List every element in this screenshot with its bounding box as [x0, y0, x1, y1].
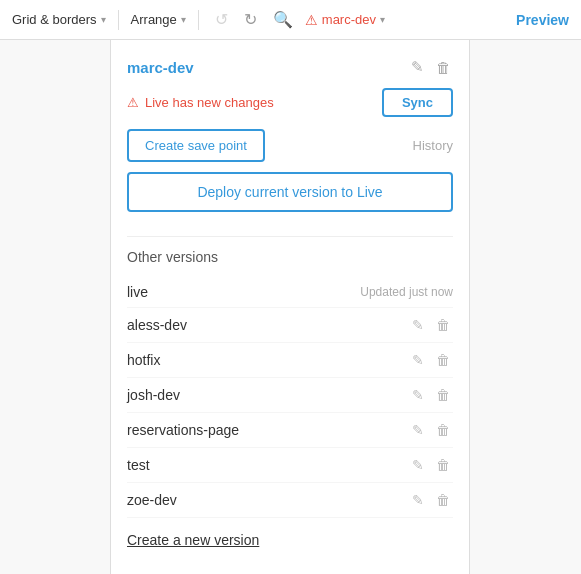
deploy-button[interactable]: Deploy current version to Live [127, 172, 453, 212]
right-gutter [470, 40, 581, 574]
grid-borders-label: Grid & borders [12, 12, 97, 27]
arrange-label: Arrange [131, 12, 177, 27]
alert-indicator[interactable]: ⚠ marc-dev ▾ [305, 12, 385, 28]
alert-sync-row: ⚠ Live has new changes Sync [127, 88, 453, 117]
version-badge-live: Updated just now [360, 285, 453, 299]
version-name-zoe-dev: zoe-dev [127, 492, 409, 508]
version-item-josh-dev: josh-dev ✎ 🗑 [127, 378, 453, 413]
delete-josh-dev-button[interactable]: 🗑 [433, 385, 453, 405]
delete-test-button[interactable]: 🗑 [433, 455, 453, 475]
version-actions-aless-dev: ✎ 🗑 [409, 315, 453, 335]
arrange-group: Arrange ▾ [131, 12, 186, 27]
edit-aless-dev-button[interactable]: ✎ [409, 315, 427, 335]
left-gutter [0, 40, 110, 574]
grid-borders-group: Grid & borders ▾ [12, 12, 106, 27]
undo-button[interactable]: ↺ [211, 8, 232, 31]
divider-1 [118, 10, 119, 30]
arrange-chevron-icon: ▾ [181, 14, 186, 25]
edit-panel-button[interactable]: ✎ [409, 56, 426, 78]
history-link[interactable]: History [413, 138, 453, 153]
version-actions-reservations-page: ✎ 🗑 [409, 420, 453, 440]
version-actions-josh-dev: ✎ 🗑 [409, 385, 453, 405]
divider-2 [198, 10, 199, 30]
redo-button[interactable]: ↻ [240, 8, 261, 31]
panel-header-icons: ✎ 🗑 [409, 56, 453, 78]
version-name-test: test [127, 457, 409, 473]
version-item-hotfix: hotfix ✎ 🗑 [127, 343, 453, 378]
alert-icon: ⚠ [127, 95, 139, 110]
version-item-zoe-dev: zoe-dev ✎ 🗑 [127, 483, 453, 518]
version-actions-hotfix: ✎ 🗑 [409, 350, 453, 370]
alert-branch-name: marc-dev [322, 12, 376, 27]
versions-panel: marc-dev ✎ 🗑 ⚠ Live has new changes Sync… [110, 40, 470, 574]
toolbar: Grid & borders ▾ Arrange ▾ ↺ ↻ 🔍 ⚠ marc-… [0, 0, 581, 40]
version-name-reservations-page: reservations-page [127, 422, 409, 438]
version-actions-test: ✎ 🗑 [409, 455, 453, 475]
version-name-live: live [127, 284, 352, 300]
version-item-reservations-page: reservations-page ✎ 🗑 [127, 413, 453, 448]
panel-title: marc-dev [127, 59, 194, 76]
section-divider [127, 236, 453, 237]
edit-hotfix-button[interactable]: ✎ [409, 350, 427, 370]
other-versions-title: Other versions [127, 249, 453, 265]
preview-button[interactable]: Preview [516, 12, 569, 28]
save-history-row: Create save point History [127, 129, 453, 162]
version-item-aless-dev: aless-dev ✎ 🗑 [127, 308, 453, 343]
edit-zoe-dev-button[interactable]: ✎ [409, 490, 427, 510]
version-actions-zoe-dev: ✎ 🗑 [409, 490, 453, 510]
version-name-aless-dev: aless-dev [127, 317, 409, 333]
alert-message: Live has new changes [145, 95, 274, 110]
grid-borders-chevron-icon: ▾ [101, 14, 106, 25]
alert-triangle-icon: ⚠ [305, 12, 318, 28]
edit-test-button[interactable]: ✎ [409, 455, 427, 475]
edit-reservations-page-button[interactable]: ✎ [409, 420, 427, 440]
delete-aless-dev-button[interactable]: 🗑 [433, 315, 453, 335]
version-list: live Updated just now aless-dev ✎ 🗑 hotf… [127, 277, 453, 518]
delete-hotfix-button[interactable]: 🗑 [433, 350, 453, 370]
create-save-point-button[interactable]: Create save point [127, 129, 265, 162]
delete-panel-button[interactable]: 🗑 [434, 56, 453, 78]
create-new-version-link[interactable]: Create a new version [127, 532, 259, 548]
main-container: marc-dev ✎ 🗑 ⚠ Live has new changes Sync… [0, 40, 581, 574]
version-item-live: live Updated just now [127, 277, 453, 308]
delete-zoe-dev-button[interactable]: 🗑 [433, 490, 453, 510]
delete-reservations-page-button[interactable]: 🗑 [433, 420, 453, 440]
search-button[interactable]: 🔍 [269, 8, 297, 31]
version-name-hotfix: hotfix [127, 352, 409, 368]
edit-josh-dev-button[interactable]: ✎ [409, 385, 427, 405]
version-name-josh-dev: josh-dev [127, 387, 409, 403]
live-changes-alert: ⚠ Live has new changes [127, 95, 274, 110]
sync-button[interactable]: Sync [382, 88, 453, 117]
panel-header: marc-dev ✎ 🗑 [127, 56, 453, 78]
version-item-test: test ✎ 🗑 [127, 448, 453, 483]
alert-chevron-icon: ▾ [380, 14, 385, 25]
